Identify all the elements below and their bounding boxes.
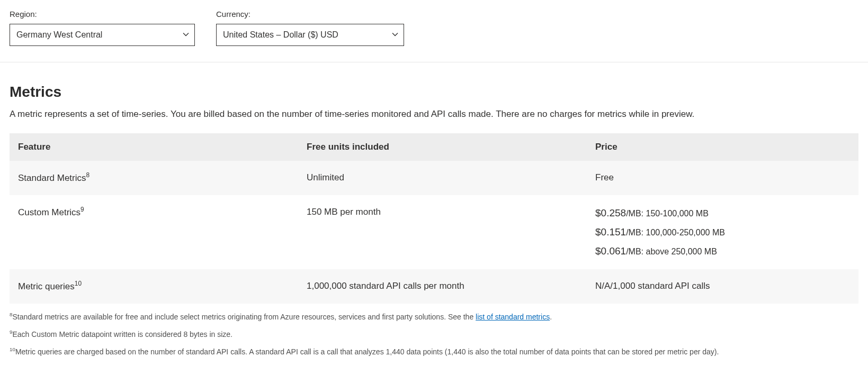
currency-select-value: United States – Dollar ($) USD: [223, 30, 338, 40]
table-header-row: Feature Free units included Price: [10, 133, 858, 161]
table-row: Metric queries10 1,000,000 standard API …: [10, 269, 858, 304]
feature-name: Standard Metrics: [18, 172, 86, 182]
chevron-down-icon: [392, 30, 398, 40]
section-title: Metrics: [10, 84, 858, 100]
cell-price: $0.258/MB: 150-100,000 MB $0.151/MB: 100…: [587, 195, 858, 269]
header-free-units: Free units included: [298, 133, 587, 161]
region-control: Region: Germany West Central: [10, 10, 195, 46]
chevron-down-icon: [183, 30, 189, 40]
footnote-ref: 9: [80, 206, 84, 213]
cell-feature: Metric queries10: [10, 269, 298, 304]
price-amount: $0.258: [595, 207, 626, 218]
cell-feature: Custom Metrics9: [10, 195, 298, 269]
footnote-8: 8Standard metrics are available for free…: [10, 311, 858, 322]
cell-free-units: 150 MB per month: [298, 195, 587, 269]
header-price: Price: [587, 133, 858, 161]
footnote-text: .: [550, 313, 552, 321]
footnote-9: 9Each Custom Metric datapoint written is…: [10, 328, 858, 340]
price-tier: $0.258/MB: 150-100,000 MB: [595, 204, 850, 223]
price-unit: /MB: above 250,000 MB: [626, 247, 717, 256]
cell-free-units: 1,000,000 standard API calls per month: [298, 269, 587, 304]
footnotes: 8Standard metrics are available for free…: [10, 311, 858, 358]
footnote-text: Each Custom Metric datapoint written is …: [12, 330, 232, 338]
header-feature: Feature: [10, 133, 298, 161]
region-label: Region:: [10, 10, 195, 19]
table-row: Standard Metrics8 Unlimited Free: [10, 161, 858, 195]
region-select[interactable]: Germany West Central: [10, 24, 195, 46]
price-amount: $0.151: [595, 226, 626, 237]
footnote-10: 10Metric queries are charged based on th…: [10, 346, 858, 357]
footnote-ref: 8: [86, 171, 90, 179]
section-description: A metric represents a set of time-series…: [10, 108, 858, 121]
feature-name: Metric queries: [18, 281, 75, 291]
currency-label: Currency:: [216, 10, 404, 19]
footnote-text: Standard metrics are available for free …: [12, 313, 476, 321]
standard-metrics-link[interactable]: list of standard metrics: [476, 313, 550, 321]
cell-price: N/A/1,000 standard API calls: [587, 269, 858, 304]
filter-bar: Region: Germany West Central Currency: U…: [0, 0, 868, 62]
price-unit: /MB: 150-100,000 MB: [626, 209, 709, 218]
footnote-text: Metric queries are charged based on the …: [15, 347, 719, 356]
cell-price: Free: [587, 161, 858, 195]
content-area: Metrics A metric represents a set of tim…: [0, 62, 868, 366]
price-unit: /MB: 100,000-250,000 MB: [626, 228, 725, 237]
currency-select[interactable]: United States – Dollar ($) USD: [216, 24, 404, 46]
currency-control: Currency: United States – Dollar ($) USD: [216, 10, 404, 46]
price-tier: $0.151/MB: 100,000-250,000 MB: [595, 223, 850, 242]
footnote-ref: 10: [75, 280, 82, 287]
feature-name: Custom Metrics: [18, 207, 80, 217]
footnote-marker: 10: [10, 346, 15, 352]
price-tier: $0.061/MB: above 250,000 MB: [595, 242, 850, 261]
table-row: Custom Metrics9 150 MB per month $0.258/…: [10, 195, 858, 269]
region-select-value: Germany West Central: [16, 30, 102, 40]
cell-feature: Standard Metrics8: [10, 161, 298, 195]
pricing-table: Feature Free units included Price Standa…: [10, 133, 858, 304]
cell-free-units: Unlimited: [298, 161, 587, 195]
price-amount: $0.061: [595, 245, 626, 257]
